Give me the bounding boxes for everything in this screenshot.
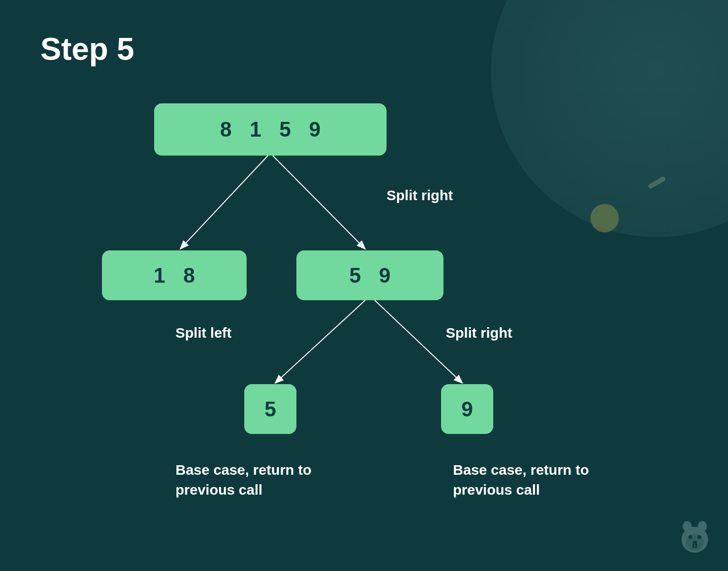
- background-dot: [590, 204, 619, 232]
- root-value-0: 8: [220, 118, 231, 141]
- right-child-value-1: 9: [379, 264, 390, 287]
- split-right-label-2: Split right: [446, 325, 512, 341]
- svg-point-10: [698, 535, 701, 539]
- svg-point-13: [692, 541, 697, 543]
- split-left-label: Split left: [175, 325, 231, 341]
- svg-line-1: [180, 156, 268, 249]
- leaf-right-box: 9: [441, 384, 493, 434]
- left-child-box: 1 8: [102, 250, 247, 300]
- svg-line-4: [375, 300, 462, 383]
- leaf-left-value: 5: [265, 397, 276, 421]
- svg-rect-11: [692, 543, 694, 548]
- svg-point-9: [688, 535, 692, 539]
- base-case-right-caption: Base case, return to previous call: [453, 460, 605, 500]
- leaf-left-box: 5: [244, 384, 296, 434]
- svg-line-2: [273, 156, 365, 249]
- root-array-box: 8 1 5 9: [154, 103, 387, 156]
- root-value-2: 5: [279, 118, 291, 141]
- right-child-value-0: 5: [350, 264, 361, 287]
- left-child-value-0: 1: [154, 264, 165, 287]
- svg-rect-12: [695, 543, 697, 548]
- left-child-value-1: 8: [184, 264, 195, 287]
- right-child-box: 5 9: [296, 250, 443, 300]
- step-title: Step 5: [40, 31, 134, 67]
- background-circle: [491, 0, 728, 237]
- split-right-label-1: Split right: [387, 187, 453, 203]
- root-value-3: 9: [309, 118, 320, 141]
- base-case-left-caption: Base case, return to previous call: [175, 460, 327, 500]
- svg-line-3: [275, 300, 365, 383]
- root-value-1: 1: [250, 118, 261, 141]
- leaf-right-value: 9: [461, 397, 473, 421]
- beaver-logo-icon: [676, 519, 714, 557]
